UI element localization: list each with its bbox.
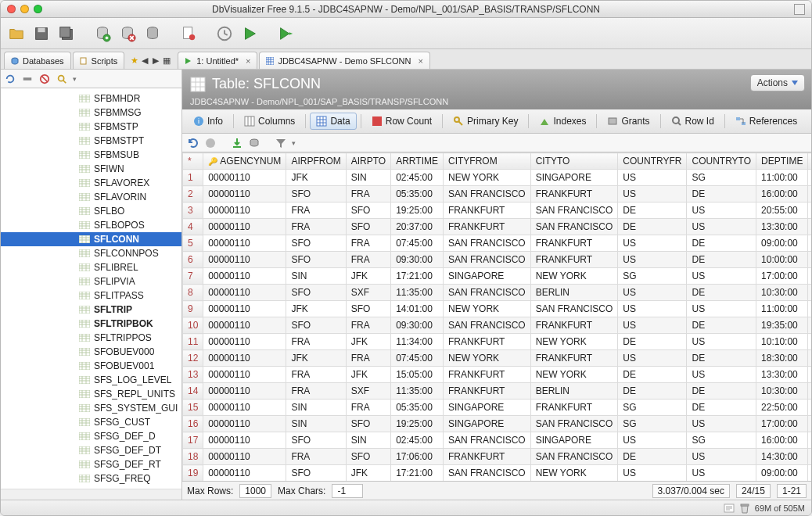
data-cell[interactable]: SAN FRANCISCO <box>443 186 530 202</box>
save-all-button[interactable] <box>56 23 77 45</box>
row-number-header[interactable]: * <box>183 153 203 170</box>
table-row[interactable]: 900000110JFKSFO14:01:00NEW YORKSAN FRANC… <box>183 301 812 317</box>
row-number-cell[interactable]: 9 <box>183 301 203 317</box>
tree-item[interactable]: SFOBUEV000 <box>1 345 181 359</box>
max-rows-input[interactable]: 1000 <box>239 484 271 498</box>
tree-item[interactable]: SFLIPVIA <box>1 274 181 288</box>
data-cell[interactable]: SFO <box>286 252 346 268</box>
data-cell[interactable]: 02:45:00 <box>391 170 444 186</box>
data-cell[interactable]: SIN <box>286 400 346 416</box>
data-cell[interactable]: 14:01:00 <box>391 301 444 317</box>
data-cell[interactable]: SINGAPORE <box>530 432 618 449</box>
row-number-cell[interactable]: 5 <box>183 235 203 252</box>
vtab-data[interactable]: Data <box>310 113 356 130</box>
data-cell[interactable]: SFO <box>346 301 390 317</box>
column-header[interactable]: AIRPTO <box>346 153 390 170</box>
data-cell[interactable]: 07:45:00 <box>391 235 444 252</box>
data-cell[interactable]: 17:06:00 <box>391 449 444 465</box>
editor-tab[interactable]: JDBC4SAPNW - Demo SFLCONN× <box>259 52 429 69</box>
vtab-info[interactable]: i Info <box>187 113 229 130</box>
row-number-cell[interactable]: 7 <box>183 268 203 285</box>
data-cell[interactable]: FRA <box>346 400 390 416</box>
data-cell[interactable]: JFK <box>346 268 390 285</box>
tree-item[interactable]: SFSG_DEF_DT <box>1 443 181 457</box>
zoom-window-button[interactable] <box>34 5 42 13</box>
data-cell[interactable]: SAN FRANCISCO <box>443 252 530 268</box>
column-header[interactable]: CITYFROM <box>443 153 530 170</box>
tree-hscroll[interactable] <box>1 489 181 500</box>
disconnect-db-button[interactable] <box>117 23 138 45</box>
data-cell[interactable]: US <box>687 416 756 432</box>
data-cell[interactable]: SFO <box>286 317 346 334</box>
data-cell[interactable]: 00000110 <box>203 416 286 432</box>
data-cell[interactable]: US <box>618 301 687 317</box>
tree-item[interactable]: SFSG_DEF_D <box>1 429 181 443</box>
open-folder-button[interactable] <box>5 23 27 45</box>
data-cell[interactable]: US <box>687 268 756 285</box>
collapse-tree-button[interactable] <box>21 73 34 85</box>
tree-item[interactable]: SFSG_FREQ <box>1 471 181 486</box>
history-button[interactable] <box>214 23 235 45</box>
data-cell[interactable]: US <box>687 202 756 219</box>
data-cell[interactable]: FRANKFURT <box>443 449 530 465</box>
table-row[interactable]: 100000110JFKSIN02:45:00NEW YORKSINGAPORE… <box>183 170 812 186</box>
export-grid-button[interactable] <box>231 137 243 149</box>
vtab-pk[interactable]: Primary Key <box>447 113 524 130</box>
data-cell[interactable]: 10:00:00 <box>756 252 808 268</box>
tree-item[interactable]: SFBMSTP <box>1 120 181 134</box>
data-cell[interactable]: 11:00:00 <box>756 170 808 186</box>
data-cell[interactable]: JFK <box>286 350 346 367</box>
data-cell[interactable]: SFO <box>346 219 390 235</box>
filter-grid-button[interactable] <box>275 137 287 149</box>
data-cell[interactable]: SIN <box>346 432 390 449</box>
data-cell[interactable]: US <box>687 301 756 317</box>
editor-tab[interactable]: 1: Untitled*× <box>178 52 257 69</box>
data-cell[interactable]: 00000110 <box>203 235 286 252</box>
data-cell[interactable]: 00000110 <box>203 350 286 367</box>
data-cell[interactable]: US <box>687 449 756 465</box>
row-number-cell[interactable]: 19 <box>183 465 203 482</box>
data-cell[interactable]: SG <box>687 432 756 449</box>
data-cell[interactable]: NEW YORK <box>530 465 618 482</box>
data-cell[interactable]: 00000110 <box>203 252 286 268</box>
data-cell[interactable]: US <box>618 432 687 449</box>
table-row[interactable]: 1700000110SFOSIN02:45:00SAN FRANCISCOSIN… <box>183 432 812 449</box>
data-cell[interactable]: 09:00:00 <box>756 235 808 252</box>
data-cell[interactable]: FRA <box>286 449 346 465</box>
tree-item[interactable]: SFS_LOG_LEVEL <box>1 373 181 387</box>
data-cell[interactable]: NEW YORK <box>530 367 618 383</box>
grid-options-button[interactable] <box>248 137 260 149</box>
favorite-icon[interactable]: ★ <box>131 56 138 66</box>
data-cell[interactable]: FRA <box>286 383 346 400</box>
max-chars-input[interactable]: -1 <box>332 484 363 498</box>
table-row[interactable]: 1200000110JFKFRA07:45:00NEW YORKFRANKFUR… <box>183 350 812 367</box>
data-cell[interactable]: FRA <box>286 334 346 350</box>
data-cell[interactable]: FRA <box>346 235 390 252</box>
table-row[interactable]: 300000110FRASFO19:25:00FRANKFURTSAN FRAN… <box>183 202 812 219</box>
data-cell[interactable]: US <box>687 334 756 350</box>
data-cell[interactable]: SFO <box>286 432 346 449</box>
column-header[interactable]: ARRTIME <box>391 153 444 170</box>
data-cell[interactable]: DE <box>618 334 687 350</box>
data-cell[interactable]: FRANKFURT <box>443 383 530 400</box>
data-grid-scroll[interactable]: *AGENCYNUMAIRPFROMAIRPTOARRTIMECITYFROMC… <box>182 152 811 481</box>
data-cell[interactable]: US <box>618 252 687 268</box>
data-cell[interactable]: 00000110 <box>203 432 286 449</box>
tree-item[interactable]: SFS_REPL_UNITS <box>1 387 181 401</box>
table-row[interactable]: 1000000110SFOFRA09:30:00SAN FRANCISCOFRA… <box>183 317 812 334</box>
table-row[interactable]: 1900000110SFOJFK17:21:00SAN FRANCISCONEW… <box>183 465 812 482</box>
data-cell[interactable]: 20:55:00 <box>756 202 808 219</box>
data-cell[interactable]: 00000110 <box>203 367 286 383</box>
table-row[interactable]: 1800000110FRASFO17:06:00FRANKFURTSAN FRA… <box>183 449 812 465</box>
row-number-cell[interactable]: 17 <box>183 432 203 449</box>
close-window-button[interactable] <box>7 5 16 13</box>
stop-tree-button[interactable] <box>38 73 51 85</box>
data-cell[interactable]: 00000110 <box>203 465 286 482</box>
data-cell[interactable]: NEW YORK <box>443 170 530 186</box>
data-cell[interactable]: JFK <box>286 170 346 186</box>
tree-item[interactable]: SFSG_CUST <box>1 415 181 429</box>
data-cell[interactable]: 20:37:00 <box>391 219 444 235</box>
row-number-cell[interactable]: 16 <box>183 416 203 432</box>
tree-item[interactable]: SFBMMSG <box>1 106 181 120</box>
data-cell[interactable]: FRANKFURT <box>443 334 530 350</box>
